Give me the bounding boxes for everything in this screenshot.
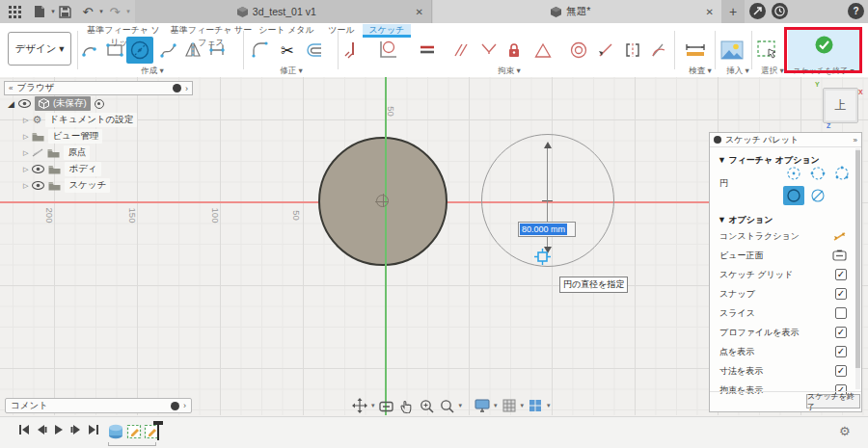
comment-bar[interactable]: コメント › <box>5 398 192 413</box>
origin-center-marker[interactable] <box>376 195 389 207</box>
new-tab-button[interactable]: + <box>721 0 745 23</box>
app-launcher-icon[interactable] <box>6 3 23 20</box>
ribbon-tab-solid[interactable]: 基準フィーチャ ソリッド <box>85 24 162 37</box>
expand-icon[interactable]: ▷ <box>23 166 28 173</box>
workspace-selector[interactable]: デザイン ▾ <box>8 32 71 66</box>
browser-chevron-icon[interactable]: › <box>185 84 188 93</box>
orbit-icon[interactable] <box>351 397 368 414</box>
tab-close-icon[interactable]: ✕ <box>706 7 714 17</box>
inspect-group-label[interactable]: 検査 ▾ <box>689 66 712 77</box>
extensions-icon[interactable] <box>749 3 766 19</box>
viewcube[interactable]: 上 <box>823 88 858 123</box>
timeline-feature-extrude[interactable] <box>108 424 123 439</box>
ribbon-tab-sheetmetal[interactable]: シート メタル <box>258 24 314 37</box>
sketch-palette-header[interactable]: スケッチ パレット » <box>710 133 861 147</box>
lock-constraint-icon[interactable] <box>502 39 526 62</box>
browser-collapse-icon[interactable]: « <box>9 84 13 92</box>
display-settings-icon[interactable] <box>474 397 491 414</box>
visibility-off-icon[interactable] <box>32 148 43 157</box>
circle-type-center-icon[interactable] <box>783 164 804 183</box>
visibility-eye-icon[interactable] <box>32 181 44 190</box>
checkbox-sketch-grid[interactable]: ✓ <box>835 269 847 280</box>
select-tool-icon[interactable] <box>754 37 781 64</box>
expand-icon[interactable]: ▷ <box>23 117 28 124</box>
circle-type-center-diameter-icon[interactable] <box>783 186 804 205</box>
fillet-tool-icon[interactable] <box>249 39 272 62</box>
circle-tool-icon[interactable] <box>126 37 153 64</box>
expand-icon[interactable]: ▷ <box>23 133 28 141</box>
comment-options-icon[interactable] <box>171 402 179 410</box>
checkbox-snap[interactable]: ✓ <box>835 288 847 300</box>
document-tab-2[interactable]: 無題* ✕ <box>433 0 721 23</box>
viewports-caret[interactable]: ▾ <box>547 402 551 409</box>
browser-item-named-views[interactable]: ▷ ビュー管理 <box>23 129 102 144</box>
curvature-constraint-icon[interactable] <box>647 39 670 62</box>
expand-icon[interactable]: ▷ <box>23 149 28 157</box>
look-at-icon[interactable] <box>832 250 847 261</box>
visibility-eye-icon[interactable] <box>18 99 31 108</box>
checkbox-show-points[interactable]: ✓ <box>835 346 847 357</box>
select-group-label[interactable]: 選択 ▾ <box>761 66 784 77</box>
offset-tool-icon[interactable] <box>303 39 326 62</box>
slot-tool-icon[interactable] <box>205 39 229 62</box>
browser-root-row[interactable]: ◢ (未保存) <box>8 96 104 111</box>
document-tab-1[interactable]: 3d_test_01 v1 ✕ <box>135 0 432 23</box>
grid-settings-icon[interactable] <box>501 397 518 414</box>
look-at-nav-icon[interactable] <box>378 397 395 414</box>
active-document-radio[interactable] <box>95 99 104 109</box>
perpendicular-constraint-icon[interactable] <box>477 39 501 62</box>
zoom-window-caret[interactable]: ▾ <box>459 402 463 409</box>
checkbox-slice[interactable] <box>835 307 847 319</box>
create-group-label[interactable]: 作成 ▾ <box>141 66 164 77</box>
trim-tool-icon[interactable]: ✂ <box>276 39 299 62</box>
viewports-icon[interactable] <box>527 397 544 414</box>
browser-item-sketches[interactable]: ▷ スケッチ <box>23 178 110 193</box>
orbit-caret[interactable]: ▾ <box>371 402 375 409</box>
browser-item-origin[interactable]: ▷ 原点 <box>23 145 90 160</box>
browser-options-icon[interactable] <box>173 84 181 92</box>
tangent-constraint-icon[interactable] <box>376 39 399 62</box>
zoom-window-icon[interactable] <box>439 397 456 414</box>
root-document-chip[interactable]: (未保存) <box>35 96 91 111</box>
mirror-tool-icon[interactable] <box>181 39 204 62</box>
root-expand-icon[interactable]: ◢ <box>8 99 14 109</box>
midpoint-constraint-icon[interactable] <box>531 39 555 62</box>
concentric-constraint-icon[interactable] <box>567 39 590 62</box>
fix-constraint-icon[interactable] <box>341 39 365 62</box>
ribbon-tab-surface[interactable]: 基準フィーチャ サーフェス <box>170 24 253 37</box>
line-tool-icon[interactable] <box>79 39 102 62</box>
collinear-constraint-icon[interactable] <box>594 39 617 62</box>
construction-icon[interactable] <box>832 230 847 242</box>
circle-type-2point-icon[interactable] <box>807 164 828 183</box>
timeline-step-back-button[interactable] <box>35 423 48 436</box>
parallel-constraint-icon[interactable] <box>448 39 472 62</box>
inspect-tool-icon[interactable] <box>682 37 709 64</box>
timeline-go-start-button[interactable] <box>17 423 31 436</box>
zoom-icon[interactable] <box>419 397 436 414</box>
modify-group-label[interactable]: 修正 ▾ <box>280 66 303 77</box>
comment-chevron-icon[interactable]: › <box>183 401 186 410</box>
insert-tool-icon[interactable] <box>719 37 746 64</box>
scrollbar-thumb[interactable] <box>855 150 860 368</box>
display-settings-caret[interactable]: ▾ <box>494 402 498 409</box>
settings-gear-icon[interactable]: ⚙ <box>839 424 851 438</box>
rectangle-tool-icon[interactable] <box>103 39 126 62</box>
constraints-group-label[interactable]: 拘束 ▾ <box>498 66 521 77</box>
timeline-position-marker[interactable] <box>157 421 159 440</box>
checkbox-show-dimensions[interactable]: ✓ <box>835 365 847 377</box>
pan-icon[interactable] <box>398 397 416 414</box>
expand-icon[interactable]: ▷ <box>23 182 28 190</box>
grid-settings-caret[interactable]: ▾ <box>521 402 525 409</box>
job-status-icon[interactable] <box>772 3 788 19</box>
help-icon[interactable]: ? <box>848 3 864 19</box>
spline-tool-icon[interactable] <box>157 39 180 62</box>
palette-finish-sketch-button[interactable]: スケッチを終了 <box>806 394 860 408</box>
browser-item-bodies[interactable]: ▷ ボディ <box>23 162 101 176</box>
visibility-eye-icon[interactable] <box>32 165 44 173</box>
timeline-step-forward-button[interactable] <box>69 423 83 436</box>
equal-constraint-icon[interactable] <box>416 39 439 62</box>
tab-close-icon[interactable]: ✕ <box>416 7 423 17</box>
ribbon-tab-tools[interactable]: ツール <box>322 24 361 37</box>
symmetry-constraint-icon[interactable] <box>621 39 644 62</box>
browser-item-document-settings[interactable]: ▷ ⚙ ドキュメントの設定 <box>23 113 137 127</box>
